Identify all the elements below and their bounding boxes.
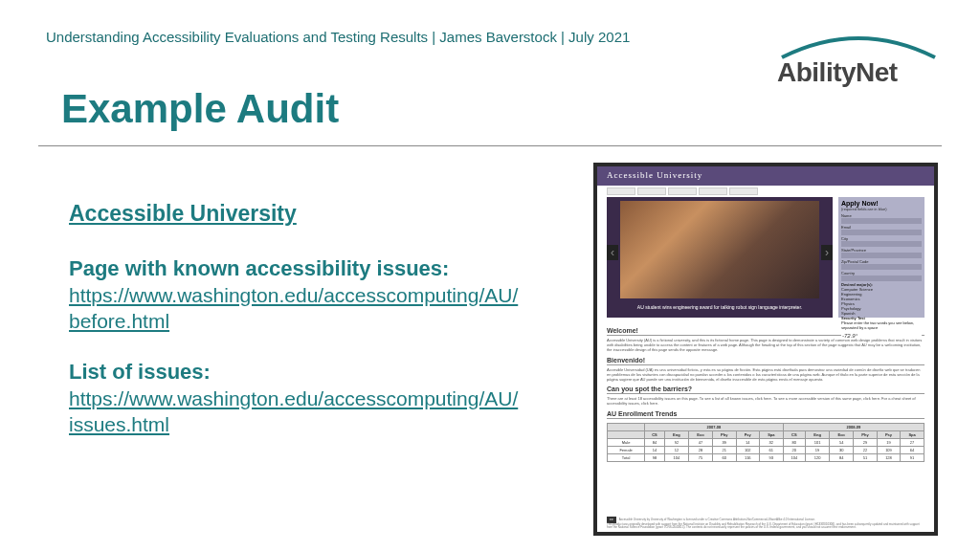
abilitynet-logo: AbilityNet — [777, 31, 940, 88]
screenshot-thumbnail: Accessible University ‹ › AU student win… — [593, 163, 938, 536]
thumb-barriers-heading: Can you spot the barriers? — [607, 386, 924, 394]
thumb-bienvenido-heading: Bienvenido! — [607, 357, 924, 365]
page-title: Example Audit — [61, 86, 339, 132]
thumb-enrollment-heading: AU Enrollment Trends — [607, 410, 924, 419]
issues-list-label: List of issues: — [69, 359, 519, 386]
thumb-apply-form: Apply Now! (required fields are in blue)… — [838, 197, 924, 318]
thumb-enrollment-table: 2007-082008-09 CSEngEcoPhyPsySpaCSEngEco… — [607, 423, 924, 462]
thumb-form-subtitle: (required fields are in blue) — [841, 207, 922, 211]
thumb-nav — [597, 186, 934, 195]
carousel-next-icon: › — [821, 245, 833, 260]
main-content: Accessible University Page with known ac… — [69, 201, 519, 462]
thumb-carousel-image — [620, 201, 819, 298]
issues-page-label: Page with known accessibility issues: — [69, 255, 519, 282]
issues-page-url[interactable]: https://www.washington.edu/accesscomputi… — [69, 282, 519, 335]
divider — [38, 145, 942, 146]
thumb-carousel: ‹ › AU student wins engineering award fo… — [607, 197, 833, 318]
carousel-prev-icon: ‹ — [607, 245, 618, 260]
thumb-carousel-caption: AU student wins engineering award for ta… — [620, 302, 819, 316]
logo-text: AbilityNet — [777, 57, 940, 88]
accessible-university-link[interactable]: Accessible University — [69, 201, 297, 227]
thumb-form-title: Apply Now! — [841, 200, 922, 207]
issues-list-url[interactable]: https://www.washington.edu/accesscomputi… — [69, 386, 519, 438]
header-breadcrumb: Understanding Accessibility Evaluations … — [46, 29, 630, 45]
logo-arc-icon — [777, 31, 940, 59]
thumb-footer: cc Accessible University by University o… — [607, 517, 924, 530]
thumb-site-title: Accessible University — [597, 166, 934, 186]
